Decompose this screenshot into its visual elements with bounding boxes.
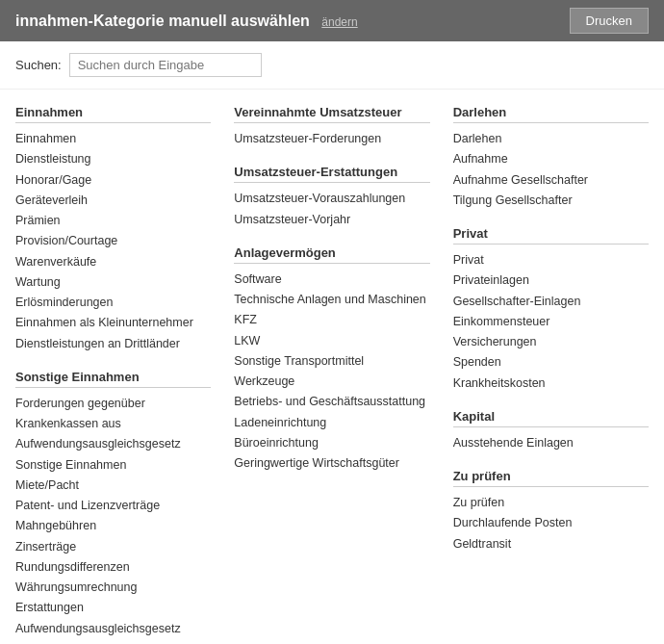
section-header-einnahmen: Einnahmen xyxy=(15,105,211,123)
list-item[interactable]: Provision/Courtage xyxy=(15,231,211,251)
section-anlagevermoegen: AnlagevermögenSoftwareTechnische Anlagen… xyxy=(234,245,429,475)
search-input[interactable] xyxy=(69,53,262,77)
list-item[interactable]: Geldtransit xyxy=(453,534,649,554)
list-item[interactable]: Mahngebühren xyxy=(15,516,211,536)
list-item[interactable]: Warenverkäufe xyxy=(15,252,211,272)
list-item[interactable]: Umsatzsteuer-Vorauszahlungen xyxy=(234,189,429,209)
category-grid: EinnahmenEinnahmenDienstleistungHonorar/… xyxy=(0,90,664,644)
section-umsatzsteuer-erstattungen: Umsatzsteuer-ErstattungenUmsatzsteuer-Vo… xyxy=(234,165,429,230)
top-bar: innahmen-Kategorie manuell auswählen änd… xyxy=(0,0,664,41)
section-header-zu-pruefen: Zu prüfen xyxy=(453,469,649,487)
list-item[interactable]: Aufnahme Gesellschafter xyxy=(453,170,649,191)
list-item[interactable]: Tilgung Gesellschafter xyxy=(453,191,649,211)
section-zu-pruefen: Zu prüfenZu prüfenDurchlaufende PostenGe… xyxy=(453,469,649,554)
list-item[interactable]: Umsatzsteuer-Forderungen xyxy=(234,129,429,149)
list-item[interactable]: Software xyxy=(234,270,429,290)
section-vereinnahmte-umsatzsteuer: Vereinnahmte UmsatzsteuerUmsatzsteuer-Fo… xyxy=(234,105,429,149)
column-0: EinnahmenEinnahmenDienstleistungHonorar/… xyxy=(15,105,211,644)
list-item[interactable]: Honorar/Gage xyxy=(15,170,211,191)
list-item[interactable]: Geräteverleih xyxy=(15,191,211,211)
column-2: DarlehenDarlehenAufnahmeAufnahme Gesells… xyxy=(453,105,649,644)
list-item[interactable]: Versicherungen xyxy=(453,332,649,352)
section-header-anlagevermoegen: Anlagevermögen xyxy=(234,245,429,264)
list-item[interactable]: Rundungsdifferenzen xyxy=(15,557,211,578)
section-sonstige-einnahmen: Sonstige EinnahmenForderungen gegenüber … xyxy=(15,370,211,639)
change-link[interactable]: ändern xyxy=(321,15,357,29)
search-bar: Suchen: xyxy=(0,41,664,90)
list-item[interactable]: Darlehen xyxy=(453,129,649,149)
section-kapital: KapitalAusstehende Einlagen xyxy=(453,409,649,453)
list-item[interactable]: Einkommensteuer xyxy=(453,312,649,332)
list-item[interactable]: Erstattungen xyxy=(15,598,211,618)
list-item[interactable]: Ladeneinrichtung xyxy=(234,413,429,433)
list-item[interactable]: Aufwendungsausgleichsgesetz xyxy=(15,619,211,639)
list-item[interactable]: Patent- und Lizenzverträge xyxy=(15,496,211,516)
list-item[interactable]: Gesellschafter-Einlagen xyxy=(453,292,649,312)
list-item[interactable]: Einnahmen als Kleinunternehmer xyxy=(15,313,211,333)
list-item[interactable]: Prämien xyxy=(15,211,211,231)
section-header-umsatzsteuer-erstattungen: Umsatzsteuer-Erstattungen xyxy=(234,165,429,183)
list-item[interactable]: Währungsumrechnung xyxy=(15,578,211,598)
section-header-privat: Privat xyxy=(453,226,649,245)
list-item[interactable]: Miete/Pacht xyxy=(15,476,211,496)
section-header-sonstige-einnahmen: Sonstige Einnahmen xyxy=(15,370,211,388)
section-darlehen: DarlehenDarlehenAufnahmeAufnahme Gesells… xyxy=(453,105,649,211)
list-item[interactable]: Wartung xyxy=(15,272,211,293)
section-header-kapital: Kapital xyxy=(453,409,649,427)
list-item[interactable]: Ausstehende Einlagen xyxy=(453,433,649,453)
list-item[interactable]: Werkzeuge xyxy=(234,372,429,392)
list-item[interactable]: KFZ xyxy=(234,310,429,330)
list-item[interactable]: Technische Anlagen und Maschinen xyxy=(234,290,429,310)
list-item[interactable]: Geringwertige Wirtschaftsgüter xyxy=(234,453,429,474)
list-item[interactable]: Umsatzsteuer-Vorjahr xyxy=(234,210,429,230)
section-einnahmen: EinnahmenEinnahmenDienstleistungHonorar/… xyxy=(15,105,211,354)
list-item[interactable]: Zinserträge xyxy=(15,537,211,557)
page-title: innahmen-Kategorie manuell auswählen änd… xyxy=(15,13,358,30)
list-item[interactable]: Aufnahme xyxy=(453,149,649,169)
section-header-darlehen: Darlehen xyxy=(453,105,649,123)
list-item[interactable]: Dienstleistungen an Drittländer xyxy=(15,334,211,354)
list-item[interactable]: Sonstige Einnahmen xyxy=(15,455,211,476)
list-item[interactable]: Zu prüfen xyxy=(453,493,649,513)
list-item[interactable]: Büroeinrichtung xyxy=(234,433,429,453)
search-label: Suchen: xyxy=(15,58,62,72)
list-item[interactable]: Forderungen gegenüber Krankenkassen aus … xyxy=(15,394,211,455)
list-item[interactable]: Einnahmen xyxy=(15,129,211,149)
list-item[interactable]: Sonstige Transportmittel xyxy=(234,351,429,372)
column-1: Vereinnahmte UmsatzsteuerUmsatzsteuer-Fo… xyxy=(234,105,429,644)
list-item[interactable]: Durchlaufende Posten xyxy=(453,513,649,533)
list-item[interactable]: Privat xyxy=(453,250,649,270)
list-item[interactable]: Krankheitskosten xyxy=(453,374,649,394)
list-item[interactable]: Spenden xyxy=(453,352,649,373)
list-item[interactable]: LKW xyxy=(234,331,429,351)
print-button[interactable]: Drucken xyxy=(570,8,649,34)
list-item[interactable]: Betriebs- und Geschäftsausstattung xyxy=(234,392,429,412)
list-item[interactable]: Privateinlagen xyxy=(453,270,649,291)
section-privat: PrivatPrivatPrivateinlagenGesellschafter… xyxy=(453,226,649,394)
list-item[interactable]: Dienstleistung xyxy=(15,149,211,169)
section-header-vereinnahmte-umsatzsteuer: Vereinnahmte Umsatzsteuer xyxy=(234,105,429,123)
list-item[interactable]: Erlösminderungen xyxy=(15,293,211,313)
